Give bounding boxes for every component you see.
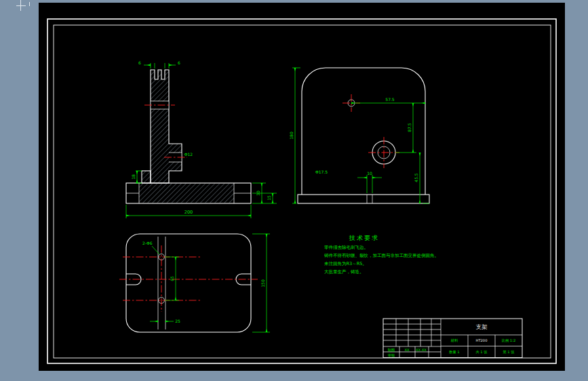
titleblock-part-name: 支架	[476, 323, 488, 330]
titleblock-material-label: 材料	[450, 338, 458, 343]
titleblock-material: HT200	[476, 338, 488, 342]
dim-hole-centers: 65	[170, 276, 174, 281]
dim-base-width: 200	[184, 209, 193, 215]
titleblock-qty: 数量 1	[449, 350, 459, 354]
titleblock-scale: 比例 1:2	[502, 338, 515, 343]
titleblock-sheets: 共 1 张	[476, 350, 488, 355]
cad-viewport[interactable]: 6 6 Φ12 18 200 30 15	[0, 0, 588, 381]
tech-line: 铸件不得有砂眼、裂纹，加工面与非加工面交界处倒圆角。	[324, 253, 439, 258]
dim-step: 18	[131, 174, 136, 180]
tech-title: 技术要求	[349, 235, 379, 241]
dim-offset-bottom: 45.5	[414, 173, 418, 182]
titleblock-drawn-name: XX	[404, 348, 410, 352]
dim-slot-right: 6	[178, 60, 180, 65]
dim-slot-left: 6	[138, 60, 141, 65]
dim-centers: 87.5	[407, 123, 412, 132]
dim-slot: 10	[367, 171, 372, 176]
tech-line: 大批量生产，铸造。	[324, 269, 364, 275]
titleblock-drawn-label: 制图	[388, 348, 395, 352]
dim-base-height: 30	[256, 190, 260, 196]
cad-drawing: 6 6 Φ12 18 200 30 15	[0, 0, 588, 381]
dim-depth: 150	[260, 279, 265, 287]
titleblock-checked-label: 审核	[388, 353, 395, 357]
tech-line: 未注圆角为R3～R5。	[324, 261, 367, 266]
tech-line: 零件须去除毛刺飞边。	[324, 245, 368, 250]
dim-offset-top: 57.5	[385, 97, 395, 102]
dim-flange-height: 15	[267, 195, 271, 201]
titleblock-sheet-no: 第 1 张	[503, 350, 515, 355]
dim-holes-label: 2-Φ6	[142, 241, 153, 245]
dim-wall: 25	[175, 319, 180, 323]
titleblock-drawn-date: XX.XX	[416, 348, 427, 352]
dim-boss-bore: Φ12	[184, 152, 193, 157]
dim-height: 180	[289, 132, 294, 140]
dim-bore-label: Φ17.5	[315, 169, 328, 174]
